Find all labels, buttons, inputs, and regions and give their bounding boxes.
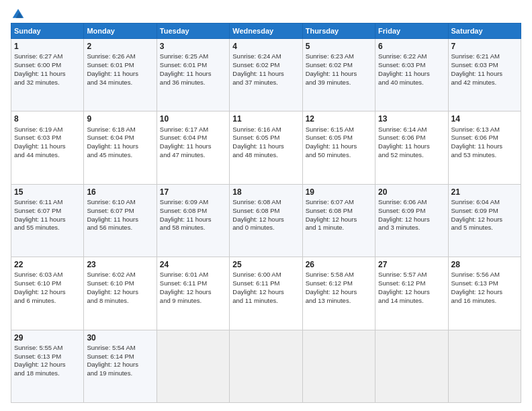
daylight-text: Daylight: 11 hours: [87, 142, 153, 151]
sunset-text: Sunset: 6:08 PM: [160, 207, 226, 216]
calendar-cell: 27Sunrise: 5:57 AMSunset: 6:12 PMDayligh…: [375, 257, 448, 330]
sunrise-text: Sunrise: 5:58 AM: [306, 271, 372, 279]
calendar-week-3: 15Sunrise: 6:11 AMSunset: 6:07 PMDayligh…: [11, 184, 521, 257]
sunset-text: Sunset: 6:07 PM: [14, 207, 81, 216]
daylight-text: Daylight: 11 hours: [14, 142, 81, 151]
day-number: 24: [160, 259, 226, 270]
day-number: 4: [232, 41, 299, 52]
calendar-cell: 20Sunrise: 6:06 AMSunset: 6:09 PMDayligh…: [375, 184, 448, 257]
daylight-text: Daylight: 11 hours: [306, 142, 372, 151]
daylight-text: Daylight: 12 hours: [87, 361, 153, 369]
daylight-text: and 48 minutes.: [232, 151, 299, 160]
daylight-text: and 32 minutes.: [14, 79, 81, 87]
sunrise-text: Sunrise: 6:25 AM: [160, 52, 226, 61]
sunrise-text: Sunrise: 6:26 AM: [87, 52, 153, 61]
daylight-text: Daylight: 12 hours: [87, 288, 153, 297]
page: SundayMondayTuesdayWednesdayThursdayFrid…: [0, 0, 532, 411]
day-number: 9: [87, 113, 153, 124]
sunset-text: Sunset: 6:08 PM: [232, 207, 299, 216]
calendar-table: SundayMondayTuesdayWednesdayThursdayFrid…: [11, 23, 521, 403]
calendar-cell: 28Sunrise: 5:56 AMSunset: 6:13 PMDayligh…: [448, 257, 521, 330]
daylight-text: Daylight: 11 hours: [87, 216, 153, 224]
calendar-cell: 26Sunrise: 5:58 AMSunset: 6:12 PMDayligh…: [302, 257, 375, 330]
sunrise-text: Sunrise: 6:13 AM: [451, 126, 518, 134]
day-number: 15: [14, 187, 81, 197]
calendar-week-2: 8Sunrise: 6:19 AMSunset: 6:03 PMDaylight…: [11, 111, 521, 184]
daylight-text: and 8 minutes.: [87, 297, 153, 306]
sunrise-text: Sunrise: 6:18 AM: [87, 126, 153, 134]
daylight-text: Daylight: 11 hours: [160, 70, 226, 79]
daylight-text: Daylight: 11 hours: [378, 70, 445, 79]
day-number: 28: [451, 259, 518, 270]
calendar-cell: 12Sunrise: 6:15 AMSunset: 6:05 PMDayligh…: [302, 111, 375, 184]
day-number: 20: [378, 187, 445, 197]
header-day-wednesday: Wednesday: [230, 24, 302, 39]
day-number: 22: [14, 259, 81, 270]
sunrise-text: Sunrise: 6:02 AM: [87, 271, 153, 279]
daylight-text: Daylight: 11 hours: [14, 216, 81, 224]
sunset-text: Sunset: 6:13 PM: [451, 279, 518, 288]
day-number: 6: [378, 41, 445, 52]
sunrise-text: Sunrise: 5:55 AM: [14, 344, 81, 353]
daylight-text: and 1 minute.: [306, 224, 372, 232]
sunrise-text: Sunrise: 6:19 AM: [14, 126, 81, 134]
day-number: 1: [14, 41, 81, 52]
sunset-text: Sunset: 6:12 PM: [306, 279, 372, 288]
calendar-week-4: 22Sunrise: 6:03 AMSunset: 6:10 PMDayligh…: [11, 257, 521, 330]
day-number: 12: [306, 113, 372, 124]
day-number: 8: [14, 113, 81, 124]
sunrise-text: Sunrise: 6:11 AM: [14, 198, 81, 207]
sunrise-text: Sunrise: 5:57 AM: [378, 271, 445, 279]
sunrise-text: Sunrise: 6:01 AM: [160, 271, 226, 279]
day-number: 30: [87, 332, 153, 343]
sunset-text: Sunset: 6:02 PM: [306, 61, 372, 70]
sunset-text: Sunset: 6:00 PM: [14, 61, 81, 70]
sunset-text: Sunset: 6:03 PM: [451, 61, 518, 70]
daylight-text: and 47 minutes.: [160, 151, 226, 160]
calendar-cell: [448, 330, 521, 402]
calendar-cell: [375, 330, 448, 402]
day-number: 25: [232, 259, 299, 270]
day-number: 5: [306, 41, 372, 52]
sunset-text: Sunset: 6:01 PM: [87, 61, 153, 70]
daylight-text: and 34 minutes.: [87, 79, 153, 87]
sunset-text: Sunset: 6:04 PM: [160, 134, 226, 142]
calendar-cell: 19Sunrise: 6:07 AMSunset: 6:08 PMDayligh…: [302, 184, 375, 257]
daylight-text: and 45 minutes.: [87, 151, 153, 160]
calendar-cell: 1Sunrise: 6:27 AMSunset: 6:00 PMDaylight…: [11, 39, 84, 111]
sunset-text: Sunset: 6:06 PM: [451, 134, 518, 142]
sunrise-text: Sunrise: 6:15 AM: [306, 126, 372, 134]
sunset-text: Sunset: 6:14 PM: [87, 353, 153, 361]
daylight-text: and 16 minutes.: [451, 297, 518, 306]
calendar-cell: 2Sunrise: 6:26 AMSunset: 6:01 PMDaylight…: [84, 39, 157, 111]
header-day-monday: Monday: [84, 24, 157, 39]
calendar-cell: 22Sunrise: 6:03 AMSunset: 6:10 PMDayligh…: [11, 257, 84, 330]
sunset-text: Sunset: 6:10 PM: [14, 279, 81, 288]
daylight-text: and 14 minutes.: [378, 297, 445, 306]
calendar-cell: 13Sunrise: 6:14 AMSunset: 6:06 PMDayligh…: [375, 111, 448, 184]
sunset-text: Sunset: 6:11 PM: [232, 279, 299, 288]
daylight-text: Daylight: 11 hours: [160, 216, 226, 224]
calendar-week-1: 1Sunrise: 6:27 AMSunset: 6:00 PMDaylight…: [11, 39, 521, 111]
calendar-cell: 23Sunrise: 6:02 AMSunset: 6:10 PMDayligh…: [84, 257, 157, 330]
sunset-text: Sunset: 6:05 PM: [232, 134, 299, 142]
sunrise-text: Sunrise: 6:14 AM: [378, 126, 445, 134]
calendar-cell: [302, 330, 375, 402]
daylight-text: Daylight: 12 hours: [306, 216, 372, 224]
daylight-text: Daylight: 12 hours: [378, 216, 445, 224]
sunset-text: Sunset: 6:04 PM: [87, 134, 153, 142]
header: [11, 8, 521, 20]
daylight-text: and 3 minutes.: [378, 224, 445, 232]
daylight-text: and 44 minutes.: [14, 151, 81, 160]
sunrise-text: Sunrise: 6:27 AM: [14, 52, 81, 61]
calendar-cell: 5Sunrise: 6:23 AMSunset: 6:02 PMDaylight…: [302, 39, 375, 111]
logo-icon: [11, 7, 25, 20]
sunrise-text: Sunrise: 6:06 AM: [378, 198, 445, 207]
daylight-text: Daylight: 12 hours: [451, 288, 518, 297]
daylight-text: and 39 minutes.: [306, 79, 372, 87]
calendar-header-row: SundayMondayTuesdayWednesdayThursdayFrid…: [11, 24, 521, 39]
day-number: 7: [451, 41, 518, 52]
day-number: 27: [378, 259, 445, 270]
daylight-text: and 52 minutes.: [378, 151, 445, 160]
sunrise-text: Sunrise: 6:00 AM: [232, 271, 299, 279]
